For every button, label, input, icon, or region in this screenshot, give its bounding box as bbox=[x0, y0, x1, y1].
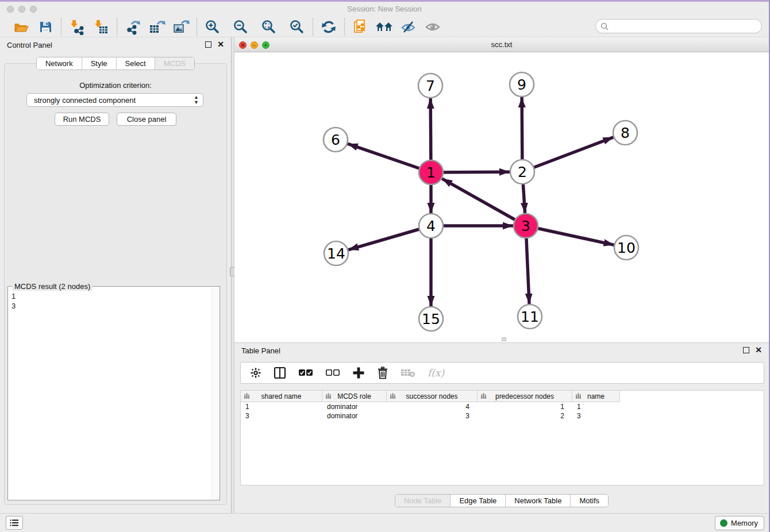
edge-3-1[interactable] bbox=[442, 179, 526, 226]
task-history-button[interactable] bbox=[6, 516, 23, 530]
deselect-all-icon[interactable] bbox=[325, 365, 340, 381]
table-cell: dominator bbox=[322, 402, 387, 411]
network-canvas[interactable]: 1234678910111415 bbox=[234, 52, 769, 342]
tab-mcds[interactable]: MCDS bbox=[155, 57, 194, 70]
tab-network[interactable]: Network bbox=[37, 57, 82, 70]
column-type-icon bbox=[575, 393, 582, 399]
column-header-name[interactable]: name bbox=[572, 391, 620, 402]
search-field[interactable] bbox=[595, 19, 762, 33]
export-network-icon[interactable] bbox=[123, 18, 143, 36]
titlebar: Session: New Session bbox=[0, 2, 769, 17]
edge-3-10[interactable] bbox=[526, 226, 614, 245]
tab-edge-table[interactable]: Edge Table bbox=[451, 495, 506, 507]
node-label: 9 bbox=[517, 76, 526, 93]
table-settings-gear-icon[interactable] bbox=[250, 365, 261, 381]
mcds-result-list[interactable]: 13 bbox=[11, 291, 210, 499]
refresh-icon[interactable] bbox=[319, 18, 338, 36]
hide-selected-icon[interactable] bbox=[399, 18, 418, 36]
delete-table-icon-disabled bbox=[401, 365, 415, 381]
table-cell: 3 bbox=[572, 411, 620, 421]
edge-2-8[interactable] bbox=[522, 137, 613, 172]
status-bar: Memory bbox=[0, 513, 769, 532]
mcds-tab-content: Optimization criterion: strongly connect… bbox=[4, 63, 227, 505]
first-neighbors-icon[interactable] bbox=[375, 18, 394, 36]
zoom-in-icon[interactable] bbox=[203, 18, 222, 36]
add-column-plus-icon[interactable] bbox=[352, 365, 365, 381]
float-table-panel-icon[interactable] bbox=[743, 347, 749, 353]
application-window: Session: New Session bbox=[0, 0, 770, 532]
graph-node-1[interactable]: 1 bbox=[419, 160, 443, 184]
import-network-icon[interactable] bbox=[67, 18, 87, 36]
close-panel-button[interactable]: Close panel bbox=[117, 113, 176, 126]
table-row[interactable]: 1dominator411 bbox=[241, 402, 764, 411]
close-table-panel-icon[interactable]: ✕ bbox=[755, 347, 762, 353]
export-table-icon[interactable] bbox=[147, 18, 167, 36]
graph-node-3[interactable]: 3 bbox=[514, 214, 538, 238]
import-table-icon[interactable] bbox=[91, 18, 111, 36]
graph-node-7[interactable]: 7 bbox=[418, 74, 442, 98]
table-row[interactable]: 3dominator323 bbox=[241, 411, 764, 421]
mcds-result-line: 3 bbox=[11, 301, 210, 311]
table-cell: dominator bbox=[322, 411, 387, 421]
table-cell: 1 bbox=[572, 402, 620, 411]
graph-node-6[interactable]: 6 bbox=[324, 128, 348, 152]
select-all-icon[interactable] bbox=[298, 365, 313, 381]
node-label: 8 bbox=[621, 125, 630, 141]
zoom-out-icon[interactable] bbox=[231, 18, 251, 36]
memory-button[interactable]: Memory bbox=[715, 516, 764, 530]
graph-node-4[interactable]: 4 bbox=[419, 214, 443, 238]
graph-node-10[interactable]: 10 bbox=[614, 236, 638, 260]
column-type-icon bbox=[244, 393, 250, 399]
zoom-fit-icon[interactable] bbox=[259, 18, 279, 36]
edge-1-6[interactable] bbox=[348, 144, 431, 172]
search-input[interactable] bbox=[611, 21, 761, 32]
run-mcds-button[interactable]: Run MCDS bbox=[55, 113, 109, 126]
zoom-selected-icon[interactable] bbox=[287, 18, 307, 36]
column-header-successor-nodes[interactable]: successor nodes bbox=[387, 391, 478, 402]
delete-trash-icon[interactable] bbox=[377, 365, 388, 381]
table-cell: 3 bbox=[387, 411, 478, 421]
node-label: 2 bbox=[518, 164, 527, 180]
network-graph[interactable]: 1234678910111415 bbox=[234, 52, 769, 342]
tab-network-table[interactable]: Network Table bbox=[506, 495, 571, 507]
edge-4-14[interactable] bbox=[348, 226, 431, 250]
criterion-dropdown[interactable]: strongly connected component ▲▼ bbox=[26, 93, 203, 107]
graph-node-15[interactable]: 15 bbox=[419, 307, 443, 331]
export-image-icon[interactable] bbox=[171, 18, 191, 36]
close-panel-icon[interactable]: ✕ bbox=[217, 41, 224, 48]
node-label: 1 bbox=[426, 164, 436, 181]
node-label: 7 bbox=[426, 78, 435, 94]
table-panel: Table Panel ✕ bbox=[234, 342, 769, 513]
memory-label: Memory bbox=[731, 519, 758, 527]
graph-node-9[interactable]: 9 bbox=[510, 72, 534, 97]
table-cell: 2 bbox=[478, 411, 572, 421]
column-header-predecessor-nodes[interactable]: predecessor nodes bbox=[478, 391, 572, 402]
node-label: 6 bbox=[331, 132, 340, 148]
column-header-label: predecessor nodes bbox=[495, 392, 554, 400]
float-panel-icon[interactable] bbox=[205, 41, 211, 48]
column-header-MCDS-role[interactable]: MCDS role bbox=[322, 391, 387, 402]
open-folder-icon[interactable] bbox=[11, 18, 31, 36]
graph-node-14[interactable]: 14 bbox=[324, 241, 348, 265]
graph-node-2[interactable]: 2 bbox=[510, 160, 534, 184]
network-resize-handle[interactable] bbox=[502, 337, 506, 341]
column-header-label: MCDS role bbox=[337, 392, 371, 400]
tab-node-table[interactable]: Node Table bbox=[395, 495, 451, 507]
node-table[interactable]: shared nameMCDS rolesuccessor nodesprede… bbox=[240, 390, 764, 485]
table-tabs: Node TableEdge TableNetwork TableMotifs bbox=[234, 494, 769, 507]
graph-node-11[interactable]: 11 bbox=[518, 304, 542, 329]
duplicate-network-icon[interactable] bbox=[351, 18, 370, 36]
tab-motifs[interactable]: Motifs bbox=[571, 495, 608, 507]
column-header-shared-name[interactable]: shared name bbox=[241, 391, 322, 402]
network-window-titlebar[interactable]: ✕ − + scc.txt bbox=[234, 37, 769, 52]
tab-style[interactable]: Style bbox=[82, 57, 117, 70]
table-toolbar: f(x) bbox=[240, 362, 764, 384]
graph-node-8[interactable]: 8 bbox=[613, 121, 637, 145]
column-visibility-icon[interactable] bbox=[274, 365, 286, 381]
column-type-icon bbox=[325, 393, 332, 399]
result-scrollbar[interactable] bbox=[211, 287, 219, 499]
dropdown-stepper-icon: ▲▼ bbox=[194, 95, 199, 105]
list-icon bbox=[10, 519, 19, 527]
save-session-icon[interactable] bbox=[36, 18, 55, 36]
tab-select[interactable]: Select bbox=[117, 57, 155, 70]
